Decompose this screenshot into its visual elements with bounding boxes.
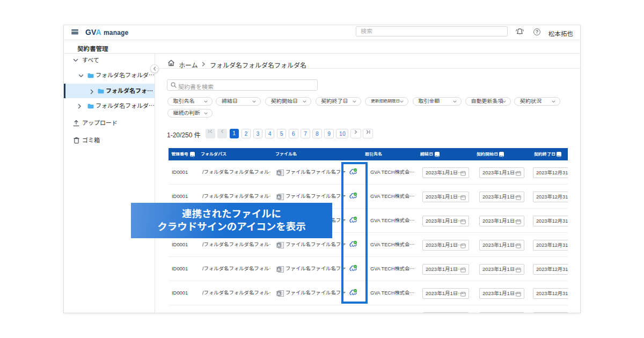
svg-text:A: A (277, 171, 281, 175)
svg-text:A: A (277, 291, 281, 296)
svg-text:A: A (277, 195, 281, 200)
svg-text:A: A (277, 243, 281, 248)
svg-text:A: A (277, 267, 281, 272)
